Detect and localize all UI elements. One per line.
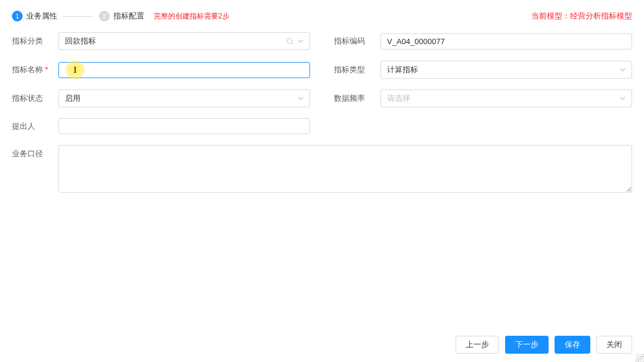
search-icon (286, 38, 294, 45)
svg-point-0 (287, 38, 292, 43)
chevron-down-icon (620, 95, 626, 101)
row-status: 指标状态 启用 (12, 89, 310, 107)
step-1-number: 1 (12, 11, 23, 21)
category-value: 回款指标 (65, 36, 286, 47)
label-status: 指标状态 (12, 93, 58, 104)
status-value: 启用 (65, 93, 298, 104)
label-type: 指标类型 (334, 64, 380, 75)
step-connector (63, 16, 93, 17)
frequency-select[interactable]: 请选择 (380, 89, 632, 107)
frequency-placeholder: 请选择 (387, 93, 620, 104)
row-category: 指标分类 回款指标 (12, 32, 310, 50)
label-caliber: 业务口径 (12, 145, 58, 159)
current-model: 当前模型：经营分析指标模型 (531, 11, 632, 21)
save-button[interactable]: 保存 (555, 336, 590, 354)
code-input[interactable] (380, 33, 632, 49)
category-select[interactable]: 回款指标 (58, 32, 310, 50)
chevron-down-icon (298, 38, 304, 44)
type-select[interactable]: 计算指标 (380, 61, 632, 79)
prev-button[interactable]: 上一步 (456, 336, 499, 354)
row-type: 指标类型 计算指标 (334, 61, 632, 79)
row-caliber: 业务口径 (12, 145, 632, 194)
caliber-textarea[interactable] (58, 145, 632, 193)
row-name: 指标名称 I (12, 61, 310, 79)
resize-handle[interactable] (636, 354, 644, 362)
step-hint: 完整的创建指标需要2步 (154, 11, 230, 21)
step-business-attr[interactable]: 1 业务属性 (12, 11, 57, 21)
label-frequency: 数据频率 (334, 93, 380, 104)
footer-actions: 上一步 下一步 保存 关闭 (456, 336, 632, 354)
step-2-label: 指标配置 (113, 11, 144, 21)
next-button[interactable]: 下一步 (505, 336, 549, 354)
steps: 1 业务属性 2 指标配置 (12, 11, 144, 21)
chevron-down-icon (298, 95, 304, 101)
header: 1 业务属性 2 指标配置 完整的创建指标需要2步 当前模型：经营分析指标模型 (0, 0, 644, 27)
step-1-label: 业务属性 (26, 11, 57, 21)
status-select[interactable]: 启用 (58, 89, 310, 107)
label-category: 指标分类 (12, 36, 58, 47)
step-indicator-config[interactable]: 2 指标配置 (99, 11, 144, 21)
name-input[interactable] (58, 62, 310, 78)
svg-line-1 (292, 42, 293, 44)
row-proposer: 提出人 (12, 118, 310, 134)
type-value: 计算指标 (387, 64, 620, 75)
label-name: 指标名称 (12, 64, 58, 75)
row-code: 指标编码 (334, 32, 632, 50)
row-frequency: 数据频率 请选择 (334, 89, 632, 107)
label-proposer: 提出人 (12, 121, 58, 132)
close-button[interactable]: 关闭 (596, 336, 632, 354)
chevron-down-icon (620, 67, 626, 73)
form-body: 指标分类 回款指标 指标编码 (0, 27, 644, 205)
label-code: 指标编码 (334, 36, 380, 47)
step-2-number: 2 (99, 11, 110, 21)
proposer-input[interactable] (58, 118, 310, 134)
